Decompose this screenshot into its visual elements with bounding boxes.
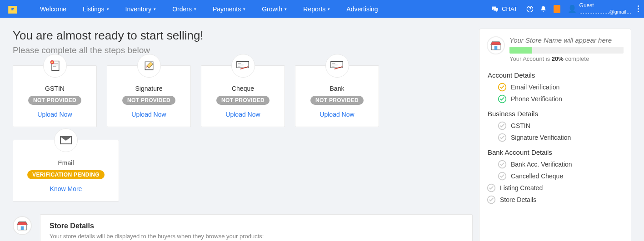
help-button[interactable] [523, 0, 537, 18]
card-signature: Signature NOT PROVIDED Upload Now [107, 65, 191, 127]
gstin-icon [43, 54, 67, 78]
main-content: You are almost ready to start selling! P… [13, 29, 473, 241]
chat-button[interactable]: CHAT [485, 5, 523, 12]
svg-rect-9 [494, 46, 498, 50]
progress-bar [509, 47, 624, 54]
email-icon [54, 128, 78, 152]
user-menu[interactable]: 👤 Guest ………………@gmail… [564, 3, 635, 15]
chevron-down-icon: ▾ [243, 7, 245, 11]
checklist-item: Store Details [487, 195, 624, 204]
checklist-item: GSTIN [498, 121, 624, 130]
cheque-icon [231, 54, 255, 78]
chevron-down-icon: ▾ [328, 7, 330, 11]
nav-advertising[interactable]: Advertising [338, 0, 386, 18]
status-badge: NOT PROVIDED [122, 96, 175, 105]
checklist-item: Cancelled Cheque [498, 172, 624, 181]
nav-right: CHAT 👤 Guest ………………@gmail… [485, 0, 644, 18]
check-icon [498, 121, 507, 130]
checklist-item: Phone Verification [498, 94, 624, 103]
store-name-placeholder: Your Store Name will appear here [509, 36, 624, 44]
checklist-item: Listing Created [487, 183, 624, 192]
store-details-panel: Store Details Your store details will be… [40, 214, 473, 241]
checklist-item: Email Verification [498, 83, 624, 92]
check-icon [498, 172, 507, 181]
help-icon [526, 5, 534, 13]
signature-icon [137, 54, 161, 78]
chat-icon [491, 6, 499, 12]
nav-listings[interactable]: Listings▾ [75, 0, 117, 18]
notifications-button[interactable] [537, 0, 550, 18]
nav-orders[interactable]: Orders▾ [164, 0, 205, 18]
onboarding-cards-row2: Email VERIFICATION PENDING Know More [13, 140, 422, 202]
checklist-section-title: Account Details [488, 71, 624, 79]
nav-growth[interactable]: Growth▾ [254, 0, 295, 18]
status-badge: NOT PROVIDED [216, 96, 270, 105]
page-title: You are almost ready to start selling! [13, 29, 473, 43]
checklist-section-title: Bank Account Details [488, 148, 624, 156]
checklist-section-title: Business Details [488, 110, 624, 118]
bell-icon [540, 5, 547, 13]
chevron-down-icon: ▾ [107, 7, 109, 11]
status-badge: NOT PROVIDED [28, 96, 81, 105]
brand-logo[interactable] [0, 0, 25, 18]
check-icon [498, 83, 507, 92]
svg-rect-8 [21, 226, 24, 230]
check-icon [487, 195, 496, 204]
store-avatar-icon [487, 36, 505, 54]
svg-point-4 [51, 61, 53, 63]
card-gstin: GSTIN NOT PROVIDED Upload Now [13, 65, 97, 127]
upload-now-link[interactable]: Upload Now [320, 111, 354, 118]
checklist-item: Signature Verification [498, 133, 624, 142]
chevron-down-icon: ▾ [194, 7, 196, 11]
more-menu[interactable] [635, 0, 641, 18]
nav-payments[interactable]: Payments▾ [205, 0, 254, 18]
shield-icon [554, 5, 560, 13]
rewards-button[interactable] [550, 0, 564, 18]
card-email: Email VERIFICATION PENDING Know More [13, 140, 119, 202]
progress-sidebar: Your Store Name will appear here Your Ac… [479, 29, 631, 241]
onboarding-cards-row1: GSTIN NOT PROVIDED Upload Now Signature … [13, 65, 422, 127]
status-badge: NOT PROVIDED [310, 96, 364, 105]
store-details-section: Store Details Your store details will be… [13, 214, 473, 241]
nav-reports[interactable]: Reports▾ [295, 0, 338, 18]
progress-text: Your Account is 20% complete [509, 55, 624, 62]
chevron-down-icon: ▾ [154, 7, 156, 11]
top-nav: Welcome Listings▾ Inventory▾ Orders▾ Pay… [0, 0, 644, 18]
checklist-item: Bank Acc. Verification [498, 160, 624, 169]
nav-welcome[interactable]: Welcome [32, 0, 75, 18]
know-more-link[interactable]: Know More [50, 185, 82, 192]
upload-now-link[interactable]: Upload Now [225, 111, 260, 118]
check-icon [487, 183, 496, 192]
card-bank: Bank NOT PROVIDED Upload Now [295, 65, 379, 127]
status-badge: VERIFICATION PENDING [27, 170, 105, 179]
bank-icon [325, 54, 349, 78]
upload-now-link[interactable]: Upload Now [131, 111, 166, 118]
nav-inventory[interactable]: Inventory▾ [117, 0, 165, 18]
card-cheque: Cheque NOT PROVIDED Upload Now [201, 65, 285, 127]
store-details-icon [13, 216, 32, 235]
user-email: ………………@gmail… [579, 9, 631, 15]
user-icon: 👤 [568, 5, 577, 13]
nav-links: Welcome Listings▾ Inventory▾ Orders▾ Pay… [32, 0, 386, 18]
check-icon [498, 160, 507, 169]
check-icon [498, 133, 507, 142]
store-details-desc: Your store details will be displayed to … [50, 233, 463, 240]
chevron-down-icon: ▾ [285, 7, 287, 11]
flipkart-logo-icon [6, 3, 19, 15]
user-name: Guest [579, 3, 631, 9]
store-details-heading: Store Details [50, 222, 463, 230]
upload-now-link[interactable]: Upload Now [37, 111, 72, 118]
check-icon [498, 94, 507, 103]
